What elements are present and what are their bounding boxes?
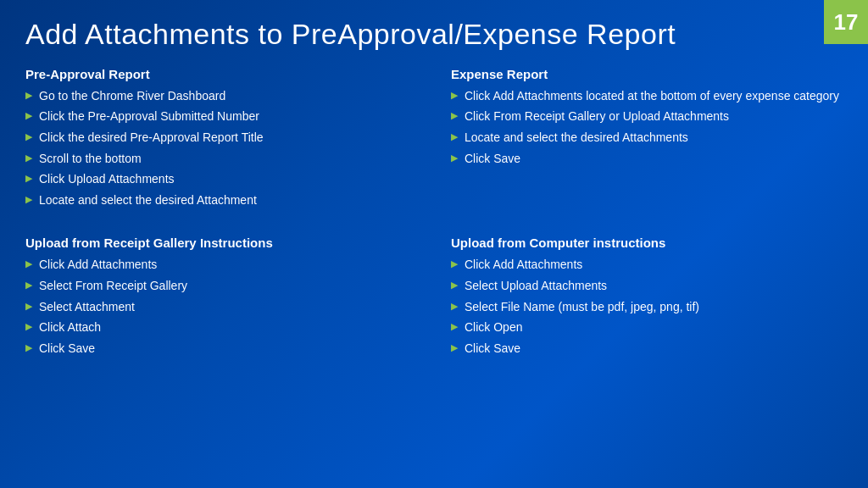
pre-approval-title: Pre-Approval Report: [25, 67, 417, 81]
list-item-text: Click the Pre-Approval Submitted Number: [39, 108, 259, 125]
expense-report-section: Expense Report ▶Click Add Attachments lo…: [451, 67, 843, 214]
list-item-text: Select Upload Attachments: [465, 278, 607, 295]
slide-title: Add Attachments to PreApproval/Expense R…: [25, 17, 843, 52]
slide: 17 Add Attachments to PreApproval/Expens…: [0, 0, 868, 488]
list-item-text: Locate and select the desired Attachment: [39, 192, 257, 209]
list-item: ▶Locate and select the desired Attachmen…: [25, 192, 417, 209]
list-item: ▶Click Add Attachments: [451, 257, 843, 274]
pre-approval-list: ▶Go to the Chrome River Dashboard▶Click …: [25, 88, 417, 209]
list-item: ▶Click From Receipt Gallery or Upload At…: [451, 108, 843, 125]
bullet-arrow-icon: ▶: [25, 320, 32, 333]
bullet-arrow-icon: ▶: [25, 193, 32, 206]
bullet-arrow-icon: ▶: [451, 109, 458, 122]
receipt-gallery-list: ▶Click Add Attachments▶Select From Recei…: [25, 257, 417, 357]
list-item: ▶Scroll to the bottom: [25, 151, 417, 168]
bullet-arrow-icon: ▶: [25, 258, 32, 270]
list-item-text: Click Save: [465, 151, 520, 168]
receipt-gallery-title: Upload from Receipt Gallery Instructions: [25, 236, 417, 250]
receipt-gallery-section: Upload from Receipt Gallery Instructions…: [25, 236, 417, 361]
list-item: ▶Click Open: [451, 319, 843, 336]
list-item-text: Click Save: [465, 341, 520, 358]
list-item: ▶Select From Receipt Gallery: [25, 278, 417, 295]
list-item-text: Click Add Attachments located at the bot…: [465, 88, 839, 105]
bullet-arrow-icon: ▶: [451, 130, 458, 143]
list-item-text: Click Open: [465, 319, 522, 336]
bullet-arrow-icon: ▶: [25, 172, 32, 185]
list-item-text: Select Attachment: [39, 299, 135, 316]
list-item-text: Click From Receipt Gallery or Upload Att…: [465, 108, 729, 125]
list-item: ▶Click Save: [25, 341, 417, 358]
bullet-arrow-icon: ▶: [451, 300, 458, 313]
bullet-arrow-icon: ▶: [25, 89, 32, 102]
list-item-text: Click the desired Pre-Approval Report Ti…: [39, 130, 264, 147]
list-item-text: Select File Name (must be pdf, jpeg, png…: [465, 299, 699, 316]
bullet-arrow-icon: ▶: [451, 89, 458, 102]
pre-approval-section: Pre-Approval Report ▶Go to the Chrome Ri…: [25, 67, 417, 214]
computer-upload-title: Upload from Computer instructions: [451, 236, 843, 250]
bullet-arrow-icon: ▶: [25, 109, 32, 122]
list-item: ▶Locate and select the desired Attachmen…: [451, 130, 843, 147]
bullet-arrow-icon: ▶: [451, 152, 458, 164]
list-item: ▶Click the desired Pre-Approval Report T…: [25, 130, 417, 147]
list-item-text: Go to the Chrome River Dashboard: [39, 88, 225, 105]
bullet-arrow-icon: ▶: [451, 279, 458, 291]
content-grid: Pre-Approval Report ▶Go to the Chrome Ri…: [25, 67, 843, 362]
list-item: ▶Select Attachment: [25, 299, 417, 316]
list-item-text: Scroll to the bottom: [39, 151, 142, 168]
list-item: ▶Select File Name (must be pdf, jpeg, pn…: [451, 299, 843, 316]
bullet-arrow-icon: ▶: [25, 130, 32, 143]
list-item: ▶Click Attach: [25, 319, 417, 336]
list-item: ▶Click Save: [451, 151, 843, 168]
list-item: ▶Go to the Chrome River Dashboard: [25, 88, 417, 105]
list-item-text: Click Add Attachments: [39, 257, 157, 274]
list-item: ▶Click Add Attachments: [25, 257, 417, 274]
bullet-arrow-icon: ▶: [25, 300, 32, 313]
list-item: ▶Click Save: [451, 341, 843, 358]
bullet-arrow-icon: ▶: [25, 279, 32, 291]
list-item-text: Click Save: [39, 341, 95, 358]
list-item-text: Click Add Attachments: [465, 257, 582, 274]
computer-upload-section: Upload from Computer instructions ▶Click…: [451, 236, 843, 361]
bullet-arrow-icon: ▶: [451, 341, 458, 354]
list-item: ▶Click Upload Attachments: [25, 171, 417, 188]
slide-number: 17: [824, 0, 868, 44]
bullet-arrow-icon: ▶: [25, 341, 32, 354]
bullet-arrow-icon: ▶: [25, 152, 32, 164]
list-item-text: Click Attach: [39, 319, 101, 336]
list-item-text: Select From Receipt Gallery: [39, 278, 187, 295]
computer-upload-list: ▶Click Add Attachments▶Select Upload Att…: [451, 257, 843, 357]
list-item-text: Click Upload Attachments: [39, 171, 175, 188]
list-item: ▶Click Add Attachments located at the bo…: [451, 88, 843, 105]
expense-report-title: Expense Report: [451, 67, 843, 81]
bullet-arrow-icon: ▶: [451, 258, 458, 270]
list-item: ▶Click the Pre-Approval Submitted Number: [25, 108, 417, 125]
list-item: ▶Select Upload Attachments: [451, 278, 843, 295]
list-item-text: Locate and select the desired Attachment…: [465, 130, 688, 147]
expense-report-list: ▶Click Add Attachments located at the bo…: [451, 88, 843, 167]
bullet-arrow-icon: ▶: [451, 320, 458, 333]
